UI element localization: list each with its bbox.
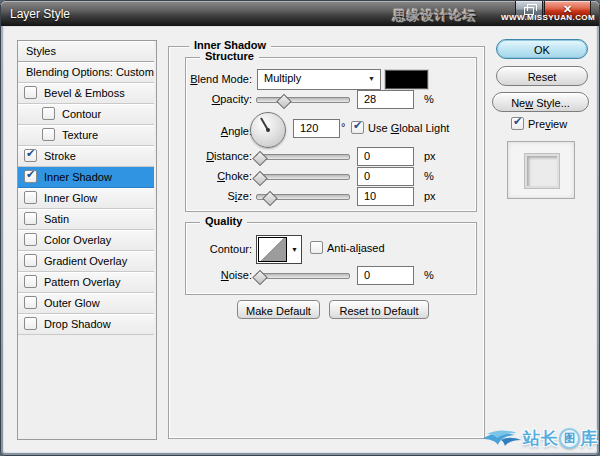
sidebar-item-drop-shadow[interactable]: Drop Shadow <box>18 314 154 335</box>
checkbox[interactable] <box>42 107 55 120</box>
sidebar-item-stroke[interactable]: ✔ Stroke <box>18 146 154 167</box>
noise-slider[interactable] <box>256 270 350 282</box>
choke-label: Choke: <box>174 170 252 182</box>
choke-slider[interactable] <box>256 171 350 183</box>
size-slider[interactable] <box>256 191 350 203</box>
style-preview-thumbnail <box>507 141 575 199</box>
reset-button[interactable]: Reset <box>496 66 588 86</box>
blend-mode-value: Multiply <box>264 72 301 84</box>
sidebar-item-outer-glow[interactable]: Outer Glow <box>18 293 154 314</box>
distance-unit: px <box>424 150 436 162</box>
checkbox[interactable] <box>24 233 37 246</box>
preview-square <box>525 154 559 188</box>
sidebar-item-contour[interactable]: Contour <box>18 104 154 125</box>
watermark-text-left: 站长 <box>523 429 559 448</box>
structure-legend: Structure <box>200 50 259 62</box>
angle-unit: ° <box>341 121 345 133</box>
choke-input[interactable]: 0 <box>357 167 414 186</box>
angle-label: Angle: <box>174 125 252 137</box>
checkbox[interactable] <box>24 317 37 330</box>
choke-unit: % <box>424 170 434 182</box>
styles-list: Styles Blending Options: Custom Bevel & … <box>17 40 157 440</box>
blend-mode-dropdown[interactable]: Multiply ▼ <box>257 69 381 90</box>
noise-label: Noise: <box>174 269 252 281</box>
size-label: Size: <box>174 190 252 202</box>
slider-track[interactable] <box>256 97 350 103</box>
checkbox[interactable]: ✔ <box>24 149 37 162</box>
titlebar-watermark-text: 思缘设计论坛 <box>393 7 477 25</box>
ok-button[interactable]: OK <box>496 39 588 59</box>
watermark-logo: 站长图库 <box>481 426 598 452</box>
window-title: Layer Style <box>10 7 70 21</box>
size-input[interactable]: 10 <box>357 187 414 206</box>
opacity-label: Opacity: <box>174 93 252 105</box>
make-default-button[interactable]: Make Default <box>237 300 320 319</box>
watermark-badge: 图 <box>559 428 580 449</box>
anti-aliased-checkbox[interactable] <box>310 241 323 254</box>
distance-slider[interactable] <box>256 151 350 163</box>
opacity-unit: % <box>424 93 434 105</box>
contour-picker[interactable]: ▼ <box>256 235 302 264</box>
quality-group: Quality <box>185 222 477 295</box>
quality-legend: Quality <box>200 215 247 227</box>
reset-to-default-button[interactable]: Reset to Default <box>329 300 429 319</box>
sidebar-item-blending-options[interactable]: Blending Options: Custom <box>18 62 154 83</box>
preview-checkbox[interactable]: ✔ <box>511 117 524 130</box>
flame-icon <box>481 426 523 450</box>
distance-input[interactable]: 0 <box>357 147 414 166</box>
slider-track[interactable] <box>256 174 350 180</box>
checkbox[interactable] <box>24 296 37 309</box>
sidebar-item-pattern-overlay[interactable]: Pattern Overlay <box>18 272 154 293</box>
new-style-button[interactable]: New Style... <box>492 92 589 112</box>
opacity-slider[interactable] <box>256 94 350 106</box>
titlebar-watermark-url: www.missyuan.com <box>501 13 595 22</box>
sidebar-item-gradient-overlay[interactable]: Gradient Overlay <box>18 251 154 272</box>
blend-mode-label: Blend Mode: <box>174 73 252 85</box>
sidebar-item-satin[interactable]: Satin <box>18 209 154 230</box>
watermark-text-right: 库 <box>580 429 598 448</box>
sidebar-item-color-overlay[interactable]: Color Overlay <box>18 230 154 251</box>
use-global-light-checkbox[interactable]: ✔ <box>351 121 364 134</box>
distance-label: Distance: <box>174 150 252 162</box>
use-global-light-label: Use Global Light <box>368 122 449 134</box>
checkbox[interactable] <box>42 128 55 141</box>
checkbox[interactable] <box>24 275 37 288</box>
chevron-down-icon: ▼ <box>368 75 375 82</box>
sidebar-item-texture[interactable]: Texture <box>18 125 154 146</box>
checkbox[interactable] <box>24 254 37 267</box>
angle-input[interactable]: 120 <box>293 119 340 138</box>
contour-thumbnail <box>258 237 287 262</box>
anti-aliased-label: Anti-aliased <box>327 242 385 254</box>
slider-track[interactable] <box>256 154 350 160</box>
noise-unit: % <box>424 269 434 281</box>
checkbox[interactable] <box>24 191 37 204</box>
noise-input[interactable]: 0 <box>357 266 414 285</box>
sidebar-item-inner-glow[interactable]: Inner Glow <box>18 188 154 209</box>
shadow-color-swatch[interactable] <box>385 70 428 89</box>
checkbox[interactable] <box>24 212 37 225</box>
layer-style-dialog: Layer Style 思缘设计论坛 ✕ www.missyuan.com St… <box>0 0 600 456</box>
styles-list-header: Styles <box>18 41 154 62</box>
checkbox[interactable]: ✔ <box>24 170 37 183</box>
sidebar-item-inner-shadow[interactable]: ✔ Inner Shadow <box>18 167 154 188</box>
checkbox[interactable] <box>24 86 37 99</box>
preview-label: Preview <box>528 118 567 130</box>
slider-track[interactable] <box>256 273 350 279</box>
angle-dial[interactable] <box>250 112 286 148</box>
chevron-down-icon: ▼ <box>291 246 298 253</box>
angle-center-dot <box>266 128 270 132</box>
contour-label: Contour: <box>174 243 252 255</box>
sidebar-item-bevel-emboss[interactable]: Bevel & Emboss <box>18 83 154 104</box>
size-unit: px <box>424 190 436 202</box>
opacity-input[interactable]: 28 <box>357 90 414 109</box>
